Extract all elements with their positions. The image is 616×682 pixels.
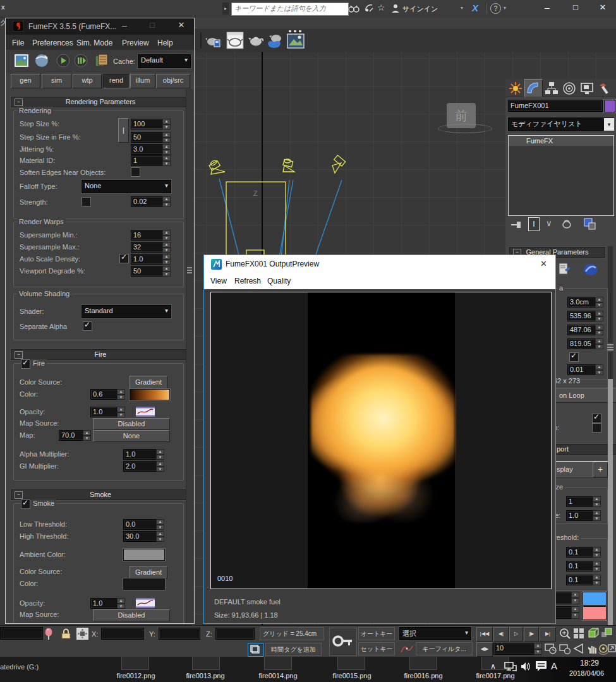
alpha-multiplier-field[interactable]: 1.0 [123,449,159,460]
maximize-viewport-icon[interactable] [608,642,616,655]
auto-scale-density-checkbox[interactable] [119,254,129,263]
falloff-type-dropdown[interactable]: None [82,180,171,193]
spinner[interactable] [571,592,579,604]
expand-button[interactable]: + [593,462,608,477]
z-coordinate-field[interactable] [215,628,255,640]
show-end-result-button[interactable]: I [528,217,540,231]
grid-size-display[interactable]: グリッド = 25.4cm [260,627,324,640]
spinner[interactable] [593,510,601,521]
spinner[interactable] [162,230,171,241]
step-link-button[interactable]: | [118,118,129,143]
size-field-1[interactable]: 1 [566,496,595,507]
strength-field[interactable]: 0.02 [131,196,165,207]
spinner[interactable] [593,575,601,585]
ambient-color-swatch[interactable] [123,549,165,561]
pan-hand-icon[interactable] [586,642,599,655]
supersample-max-field[interactable]: 32 [131,242,165,253]
fire-gradient-swatch[interactable] [130,389,170,400]
notification-icon[interactable] [535,661,547,672]
low-threshold-field[interactable]: 0.0 [123,519,159,530]
signin-label[interactable]: サインイン [402,4,438,14]
user-icon[interactable] [391,3,400,13]
fov-triangle-icon[interactable] [572,642,585,655]
menu-refresh[interactable]: Refresh [234,277,261,285]
smoke-opacity-curve-icon[interactable] [136,598,155,608]
play-button[interactable]: ▷ [509,627,523,642]
panel-scrollbar-thumb[interactable] [608,379,613,625]
preview-image-icon[interactable] [15,54,28,67]
menu-view[interactable]: View [210,277,227,285]
option-checkbox-1[interactable] [592,414,601,423]
search-binoculars-icon[interactable] [348,3,359,13]
preview-image-area[interactable]: 0010 [210,292,552,589]
spinner[interactable] [595,311,603,321]
fire-opacity-curve-icon[interactable] [136,407,155,417]
zoom-region-icon[interactable] [600,627,613,640]
window-close-button[interactable]: ✕ [594,3,612,12]
search-collapse-icon[interactable]: ▸ [222,3,229,15]
color-swatch-pink[interactable] [583,606,607,620]
dim-z-field[interactable]: 819.05 [567,338,598,349]
adaptive-checkbox[interactable] [569,352,579,362]
spinner[interactable] [595,297,603,308]
threshold-field-3[interactable]: 0.1 [566,575,595,585]
step-size-fire-field[interactable]: 50 [131,132,165,143]
material-id-field[interactable]: 1 [131,155,165,166]
isolate-selection-icon[interactable] [248,643,263,657]
spinner[interactable] [117,389,125,400]
strength-checkbox[interactable] [82,197,91,206]
step-size-field[interactable]: 100 [131,119,165,129]
fumefx-scrollbar-track[interactable] [186,89,193,623]
smoke-opacity-field[interactable]: 1.0 [90,598,119,609]
spinner[interactable] [595,338,603,349]
fumefx-minimize-button[interactable]: – [117,20,132,30]
network-icon[interactable] [504,662,517,672]
current-frame-field[interactable]: 10 [493,643,536,655]
fumefx-titlebar[interactable]: FumeFX 3.5.5 (FumeFX... – □ ✕ [6,18,195,35]
fire-gradient-button[interactable]: Gradient [130,376,167,389]
render-in-cloud-icon[interactable] [266,32,285,49]
smoke-gradient-button[interactable]: Gradient [130,566,167,578]
clock-date[interactable]: 2018/04/06 [569,669,604,677]
smoke-color-swatch[interactable] [123,578,165,590]
render-production-icon[interactable] [248,32,264,49]
dim-x-field[interactable]: 535.96 [567,311,598,321]
preview-titlebar[interactable]: FumeFX001 OutputPreview ✕ [204,255,555,273]
tab-create-icon[interactable] [509,81,522,95]
viewport-degrade-field[interactable]: 50 [131,266,165,277]
viewcube-ring[interactable] [438,124,492,133]
menu-sim-mode[interactable]: Sim. Mode [76,39,112,47]
help-icon[interactable]: ? [490,3,501,14]
set-keys-button[interactable] [329,628,357,656]
zoom-icon[interactable] [559,627,571,640]
rollout-fire[interactable]: Fire [11,349,190,360]
clock-time[interactable]: 18:29 [580,659,599,667]
fumefx-close-button[interactable]: ✕ [174,20,189,30]
make-unique-icon[interactable]: ∨ [546,218,552,228]
previous-frame-button[interactable]: ◀| [493,627,509,642]
set-key-button[interactable]: セットキー [358,642,395,655]
threshold-field-1[interactable]: 0.1 [566,547,595,558]
tab-rend[interactable]: rend [103,74,130,88]
spinner[interactable] [162,196,171,207]
x-coordinate-field[interactable] [101,628,144,640]
high-threshold-field[interactable]: 30.0 [123,531,159,542]
modifier-stack-item[interactable]: FumeFX [509,136,613,146]
spacing-field[interactable]: 3.0cm [567,297,598,308]
tab-hierarchy-icon[interactable] [545,81,559,95]
modifier-list-arrow[interactable]: ▾ [604,118,614,131]
threshold-field-2[interactable]: 0.1 [566,561,595,571]
menu-help[interactable]: Help [157,39,173,47]
fire-map-none-button[interactable]: None [93,430,170,442]
zoom-extents-icon[interactable] [586,627,599,640]
tab-motion-icon[interactable] [562,81,576,95]
fumefx-maximize-button[interactable]: □ [145,20,160,30]
spinner[interactable] [162,119,171,129]
option-checkbox-2[interactable] [592,423,601,433]
spinner[interactable] [162,242,171,253]
cache-files-icon[interactable] [94,54,109,68]
fire-enable-checkbox[interactable] [21,359,30,369]
tab-wtp[interactable]: wtp [73,74,102,88]
spinner[interactable] [156,519,164,530]
file-label[interactable]: fire0014.png [246,672,310,679]
